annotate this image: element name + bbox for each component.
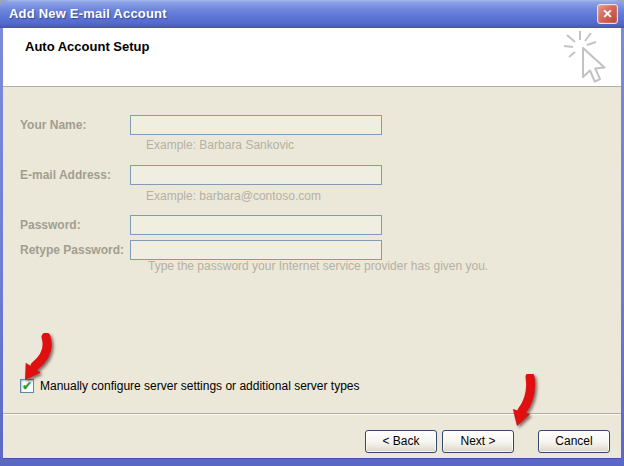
page-title: Auto Account Setup xyxy=(25,39,149,54)
cursor-sparkle-icon xyxy=(561,29,613,89)
email-address-label: E-mail Address: xyxy=(20,165,128,185)
checkmark-icon: ✔ xyxy=(22,379,32,393)
password-label: Password: xyxy=(20,215,128,235)
window-title: Add New E-mail Account xyxy=(9,0,167,28)
your-name-input xyxy=(130,115,382,135)
title-bar[interactable]: Add New E-mail Account ✕ xyxy=(0,0,624,28)
dialog-content: Auto Account Setup Your Name: xyxy=(3,28,621,458)
close-icon[interactable]: ✕ xyxy=(597,4,618,24)
email-address-example: Example: barbara@contoso.com xyxy=(146,189,321,203)
your-name-example: Example: Barbara Sankovic xyxy=(146,138,294,152)
password-input xyxy=(130,215,382,235)
next-button[interactable]: Next > xyxy=(442,430,514,453)
password-help-text: Type the password your Internet service … xyxy=(148,259,488,273)
form-area: Your Name: Example: Barbara Sankovic E-m… xyxy=(3,87,621,457)
wizard-header: Auto Account Setup xyxy=(3,28,621,87)
manual-config-label: Manually configure server settings or ad… xyxy=(40,379,460,394)
back-button[interactable]: < Back xyxy=(365,430,437,453)
manual-config-checkbox[interactable]: ✔ xyxy=(20,379,34,393)
email-address-input xyxy=(130,165,382,185)
close-glyph: ✕ xyxy=(602,7,612,21)
retype-password-label: Retype Password: xyxy=(20,240,128,260)
your-name-label: Your Name: xyxy=(20,115,128,135)
cancel-button[interactable]: Cancel xyxy=(538,430,610,453)
add-email-account-dialog: Add New E-mail Account ✕ Auto Account Se… xyxy=(0,0,624,466)
button-separator xyxy=(3,413,621,414)
retype-password-input xyxy=(130,240,382,260)
